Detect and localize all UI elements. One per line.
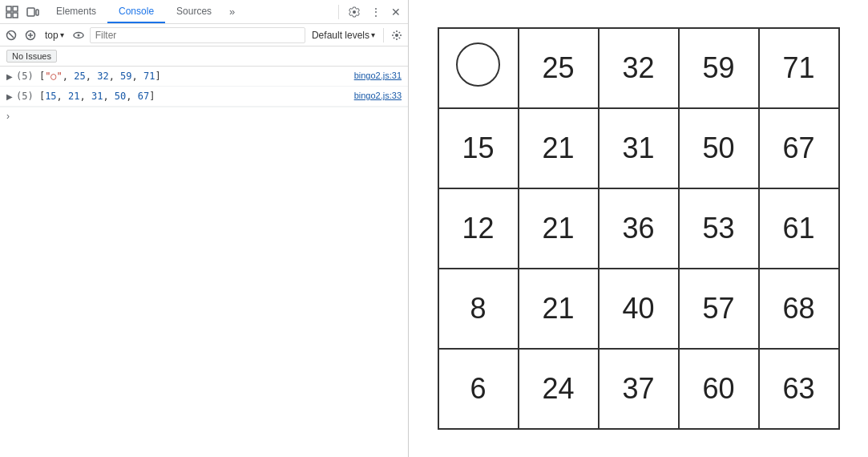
levels-label: Default levels [312,30,369,41]
more-dots-icon: ⋮ [370,6,381,18]
console-settings-btn[interactable] [389,27,405,43]
tab-sources[interactable]: Sources [165,0,223,23]
log-left: ▶ (5) ["○", 25, 32, 59, 71] [6,69,161,83]
bingo-cell[interactable]: 68 [759,269,839,349]
log-left: ▶ (5) [15, 21, 31, 50, 67] [6,89,155,103]
preserve-icon [25,30,36,41]
settings-icon [391,30,402,41]
device-toolbar-btn[interactable] [24,3,42,21]
bingo-cell[interactable]: 37 [599,349,679,429]
context-selector[interactable]: top ▾ [42,28,67,42]
console-prompt: › [0,107,408,125]
bingo-row: 1521315067 [438,108,839,188]
svg-rect-3 [13,13,18,18]
separator2 [383,28,384,42]
log-arrow: ▶ [6,91,13,103]
bingo-row: 1221365361 [438,188,839,269]
clear-console-btn[interactable] [3,27,19,43]
no-issues-badge[interactable]: No Issues [6,50,57,63]
inspect-icon-btn[interactable] [3,3,21,21]
eye-btn[interactable] [71,27,87,43]
log-link[interactable]: bingo2.js:31 [354,69,402,83]
svg-rect-1 [13,6,18,11]
bingo-cell[interactable]: 15 [438,108,519,188]
bingo-grid: 2532597115213150671221365361821405768624… [438,27,840,430]
inspect-icon [6,6,18,18]
bingo-cell[interactable]: 32 [599,28,679,108]
bingo-cell[interactable]: 60 [679,349,759,429]
tabs-row: Elements Console Sources » [45,0,332,23]
bingo-cell[interactable]: 21 [519,108,599,188]
eye-icon [73,30,84,41]
log-entry[interactable]: ▶ (5) [15, 21, 31, 50, 67] bingo2.js:33 [0,87,408,107]
log-string: "○" [45,71,63,82]
tab-console[interactable]: Console [107,0,165,23]
bingo-cell[interactable]: 31 [599,108,679,188]
log-number: 32 [97,71,108,82]
clear-icon [6,30,17,41]
prompt-caret: › [6,111,10,122]
log-number: 31 [91,91,103,102]
console-toolbar: top ▾ Default levels ▾ [0,24,408,47]
context-label: top [45,30,59,41]
bingo-cell[interactable]: 67 [759,108,839,188]
bingo-row: 25325971 [438,28,839,108]
console-log: ▶ (5) ["○", 25, 32, 59, 71] bingo2.js:31… [0,67,408,457]
settings-btn[interactable] [345,3,363,21]
log-content: (5) [15, 21, 31, 50, 67] [16,89,155,103]
bingo-cell[interactable]: 25 [519,28,599,108]
separator [338,5,339,19]
context-caret: ▾ [60,30,64,39]
more-options-btn[interactable]: ⋮ [366,3,384,21]
svg-rect-5 [36,10,38,15]
bingo-cell[interactable]: 50 [679,108,759,188]
bingo-area: 2532597115213150671221365361821405768624… [409,0,868,457]
svg-point-13 [395,34,398,37]
log-number: 21 [68,91,79,102]
levels-selector[interactable]: Default levels ▾ [309,28,378,42]
bingo-circle [456,42,500,87]
svg-rect-2 [6,13,11,18]
devtools-topbar: Elements Console Sources » ⋮ ✕ [0,0,408,24]
bingo-cell[interactable]: 21 [519,188,599,269]
bingo-cell[interactable]: 12 [438,188,519,269]
log-content: (5) ["○", 25, 32, 59, 71] [16,69,161,83]
bingo-cell[interactable] [438,28,519,108]
log-number: 15 [45,91,56,102]
log-link[interactable]: bingo2.js:33 [354,89,402,103]
bingo-cell[interactable]: 8 [438,269,519,349]
bingo-cell[interactable]: 71 [759,28,839,108]
tab-elements[interactable]: Elements [45,0,107,23]
svg-rect-0 [6,6,11,11]
bingo-cell[interactable]: 53 [679,188,759,269]
preserve-log-btn[interactable] [22,27,38,43]
log-number: 59 [120,71,131,82]
bingo-cell[interactable]: 6 [438,349,519,429]
devtools-panel: Elements Console Sources » ⋮ ✕ [0,0,409,457]
log-number: 71 [143,71,155,82]
log-number: 25 [74,71,85,82]
bingo-row: 624376063 [438,349,839,429]
bingo-cell[interactable]: 63 [759,349,839,429]
bingo-cell[interactable]: 24 [519,349,599,429]
log-entry[interactable]: ▶ (5) ["○", 25, 32, 59, 71] bingo2.js:31 [0,67,408,87]
levels-caret: ▾ [371,30,375,39]
bingo-cell[interactable]: 57 [679,269,759,349]
svg-rect-4 [27,8,34,16]
svg-line-7 [9,33,14,38]
log-count: (5) [16,91,39,102]
bingo-cell[interactable]: 36 [599,188,679,269]
log-number: 67 [138,91,149,102]
bingo-cell[interactable]: 59 [679,28,759,108]
filter-input[interactable] [90,27,305,43]
close-icon: ✕ [391,6,401,18]
bingo-cell[interactable]: 61 [759,188,839,269]
log-number: 50 [115,91,126,102]
bingo-cell[interactable]: 21 [519,269,599,349]
tab-more[interactable]: » [223,0,241,23]
bingo-cell[interactable]: 40 [599,269,679,349]
bingo-row: 821405768 [438,269,839,349]
svg-point-12 [77,34,79,36]
close-btn[interactable]: ✕ [387,3,405,21]
log-arrow: ▶ [6,71,13,83]
